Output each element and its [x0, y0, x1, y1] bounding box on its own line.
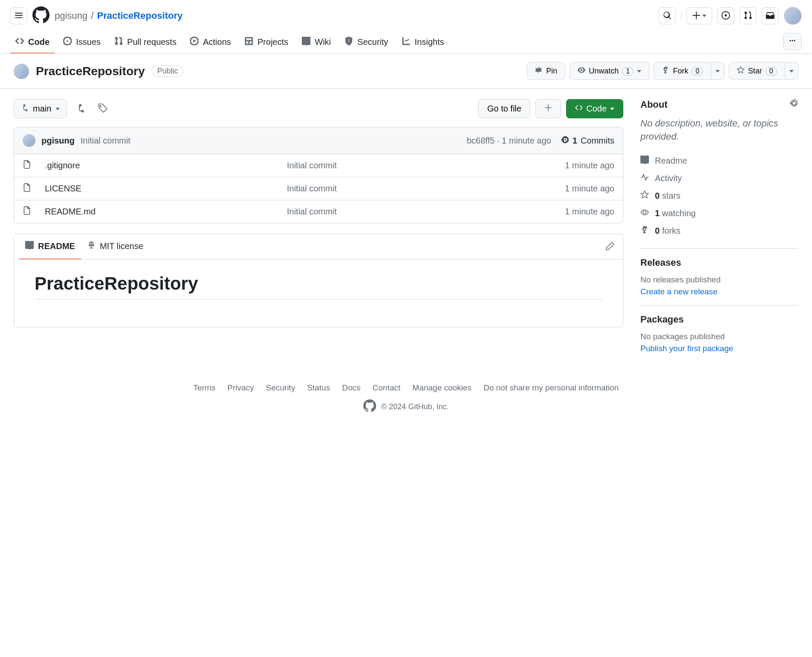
- file-commit-msg[interactable]: Initial commit: [287, 161, 524, 170]
- plus-icon: [692, 11, 701, 21]
- chevron-down-icon: [55, 108, 60, 110]
- tab-label: README: [38, 241, 75, 251]
- graph-icon: [402, 37, 410, 47]
- watch-count: 1: [622, 67, 634, 76]
- tab-actions[interactable]: Actions: [185, 32, 236, 53]
- tags-link[interactable]: [94, 100, 111, 117]
- user-avatar[interactable]: [784, 7, 802, 25]
- inbox-button[interactable]: [762, 7, 779, 24]
- repo-title: PracticeRepository: [36, 65, 145, 78]
- breadcrumb-repo[interactable]: PracticeRepository: [97, 10, 183, 21]
- inbox-icon: [766, 11, 774, 21]
- file-time: 1 minute ago: [529, 184, 614, 194]
- repo-owner-avatar[interactable]: [14, 64, 29, 79]
- commit-sha-time[interactable]: bc68ff5 · 1 minute ago: [467, 136, 551, 146]
- footer-link[interactable]: Terms: [193, 383, 216, 393]
- repo-subheader: PracticeRepository Public Pin Unwatch1 F…: [0, 54, 812, 89]
- branches-link[interactable]: [72, 100, 89, 117]
- issues-button[interactable]: [717, 7, 734, 24]
- tab-security[interactable]: Security: [339, 32, 393, 53]
- fork-icon: [662, 66, 669, 76]
- pull-requests-button[interactable]: [739, 7, 757, 24]
- file-icon: [23, 206, 40, 217]
- file-icon: [23, 183, 40, 194]
- commit-message[interactable]: Initial commit: [81, 136, 131, 146]
- hamburger-menu-button[interactable]: [10, 7, 27, 24]
- releases-heading: Releases: [640, 257, 798, 268]
- code-icon: [575, 104, 583, 114]
- search-button[interactable]: [659, 7, 676, 24]
- tab-label: Security: [357, 37, 388, 47]
- stars-link[interactable]: 0 stars: [640, 187, 798, 205]
- footer-link[interactable]: Privacy: [227, 383, 254, 393]
- svg-point-2: [794, 40, 795, 41]
- create-release-link[interactable]: Create a new release: [640, 287, 718, 296]
- footer-link[interactable]: Security: [266, 383, 295, 393]
- tab-code[interactable]: Code: [10, 32, 55, 53]
- footer-link[interactable]: Manage cookies: [412, 383, 471, 393]
- star-dropdown[interactable]: [785, 62, 798, 80]
- publish-package-link[interactable]: Publish your first package: [640, 344, 733, 353]
- file-nav-right: Go to file Code: [478, 99, 623, 118]
- file-commit-msg[interactable]: Initial commit: [287, 184, 524, 194]
- breadcrumb: pgisung / PracticeRepository: [55, 10, 183, 21]
- commits-link[interactable]: 1 Commits: [561, 136, 614, 146]
- watching-link[interactable]: 1 watching: [640, 205, 798, 222]
- github-logo-icon: [363, 399, 376, 414]
- tab-wiki[interactable]: Wiki: [297, 32, 336, 53]
- footer-link[interactable]: Do not share my personal information: [483, 383, 619, 393]
- readme-tab[interactable]: README: [19, 234, 81, 259]
- file-time: 1 minute ago: [529, 207, 614, 217]
- repo-nav: Code Issues Pull requests Actions Projec…: [0, 32, 812, 54]
- kebab-icon: [789, 37, 796, 45]
- tab-projects[interactable]: Projects: [240, 32, 293, 53]
- branch-picker[interactable]: main: [14, 99, 67, 118]
- commit-author-avatar[interactable]: [23, 134, 35, 147]
- file-name-link[interactable]: LICENSE: [45, 184, 282, 194]
- file-commit-msg[interactable]: Initial commit: [287, 207, 524, 217]
- tag-icon: [98, 103, 108, 114]
- fork-button[interactable]: Fork0: [654, 62, 711, 80]
- file-row: .gitignoreInitial commit1 minute ago: [14, 154, 623, 177]
- chevron-down-icon: [637, 70, 641, 73]
- pin-button[interactable]: Pin: [527, 62, 565, 80]
- main-column: main Go to file Code pgisung Initial com…: [14, 99, 623, 356]
- footer-link[interactable]: Docs: [342, 383, 360, 393]
- sidebar-divider: [640, 305, 798, 305]
- history-icon: [561, 136, 569, 146]
- play-icon: [190, 37, 199, 47]
- footer: TermsPrivacySecurityStatusDocsContactMan…: [0, 366, 812, 427]
- tab-insights[interactable]: Insights: [397, 32, 449, 53]
- unwatch-button[interactable]: Unwatch1: [570, 62, 649, 80]
- edit-readme-button[interactable]: [602, 238, 618, 255]
- nav-more-button[interactable]: [783, 33, 802, 50]
- file-name-link[interactable]: .gitignore: [45, 161, 282, 170]
- star-button[interactable]: Star0: [729, 62, 785, 80]
- code-download-button[interactable]: Code: [566, 99, 623, 118]
- go-to-file-button[interactable]: Go to file: [478, 99, 530, 118]
- license-tab[interactable]: MIT license: [81, 234, 149, 259]
- packages-heading: Packages: [640, 314, 798, 325]
- readme-link[interactable]: Readme: [640, 152, 798, 170]
- footer-link[interactable]: Contact: [373, 383, 400, 393]
- app-header: pgisung / PracticeRepository: [0, 0, 812, 32]
- activity-link[interactable]: Activity: [640, 170, 798, 187]
- tab-label: Projects: [257, 37, 288, 47]
- pencil-icon: [606, 244, 614, 252]
- create-new-button[interactable]: [686, 7, 712, 24]
- forks-link[interactable]: 0 forks: [640, 222, 798, 240]
- add-file-button[interactable]: [535, 99, 561, 118]
- commit-author[interactable]: pgisung: [41, 136, 75, 146]
- tab-pulls[interactable]: Pull requests: [109, 32, 182, 53]
- github-logo-link[interactable]: [32, 7, 50, 24]
- breadcrumb-owner[interactable]: pgisung: [55, 10, 88, 21]
- search-icon: [663, 11, 672, 21]
- footer-link[interactable]: Status: [307, 383, 330, 393]
- star-group: Star0: [729, 62, 798, 80]
- file-name-link[interactable]: README.md: [45, 207, 282, 217]
- tab-issues[interactable]: Issues: [58, 32, 106, 53]
- fork-dropdown[interactable]: [711, 62, 724, 80]
- btn-label: Go to file: [487, 104, 521, 114]
- settings-button[interactable]: [790, 99, 798, 110]
- code-icon: [15, 37, 24, 47]
